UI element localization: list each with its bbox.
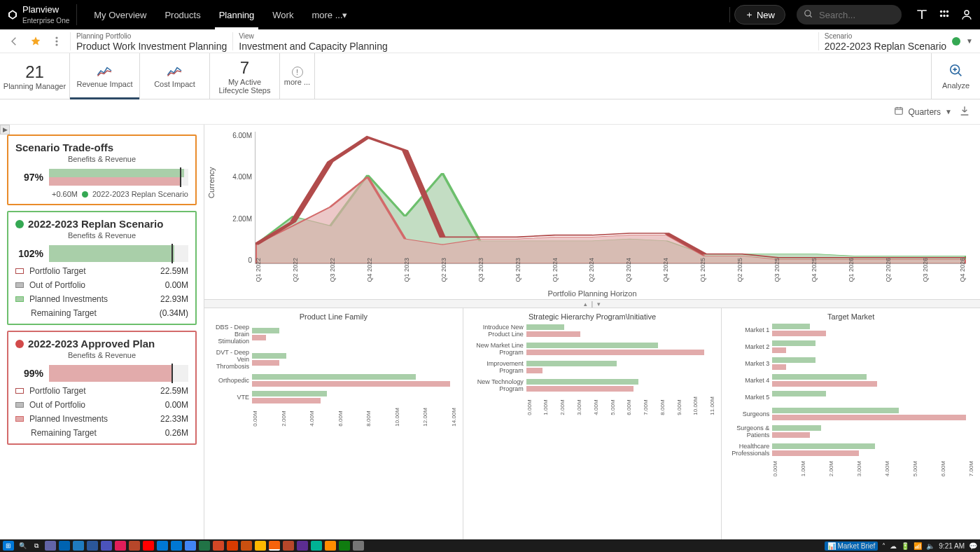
taskbar-search-icon[interactable]: 🔍 xyxy=(17,541,28,551)
app-icon[interactable] xyxy=(353,541,364,551)
powerpoint-icon[interactable] xyxy=(227,541,238,551)
app-icon[interactable] xyxy=(101,541,112,551)
start-icon[interactable]: ⊞ xyxy=(3,541,14,551)
tile-lifecycle-steps[interactable]: 7 My Active Lifecycle Steps xyxy=(210,53,280,99)
chart-splitter[interactable]: ▴|▾ xyxy=(204,300,980,308)
folder-icon[interactable] xyxy=(255,541,266,551)
apps-icon[interactable] xyxy=(938,8,951,21)
x-axis-ticks: 0.00M1.00M2.00M3.00M4.00M5.00M6.00M7.00M… xyxy=(526,396,716,415)
cost-chart-icon xyxy=(167,64,183,80)
app-icon[interactable] xyxy=(339,541,350,551)
card-title: 2022-2023 Approved Plan xyxy=(15,338,188,350)
tile-cost-impact[interactable]: Cost Impact xyxy=(140,53,210,99)
app-icon[interactable] xyxy=(73,541,84,551)
app-icon[interactable] xyxy=(143,541,154,551)
card-approved-plan[interactable]: 2022-2023 Approved Plan Benefits & Reven… xyxy=(7,331,197,445)
chart-product-line[interactable]: Product Line Family DBS - Deep Brain Sti… xyxy=(204,308,463,539)
card-replan-scenario[interactable]: 2022-2023 Replan Scenario Benefits & Rev… xyxy=(7,211,197,325)
tradeoffs-pct: 97% xyxy=(15,172,43,183)
search-box[interactable] xyxy=(797,5,902,25)
top-navbar: PlanviewEnterprise One My Overview Produ… xyxy=(0,0,980,29)
sub-header: Planning Portfolio Product Work Investme… xyxy=(0,29,980,53)
tray-notifications-icon[interactable]: 💬 xyxy=(969,542,977,550)
app-icon[interactable] xyxy=(311,541,322,551)
card-title: Scenario Trade-offs xyxy=(15,142,188,153)
book-icon[interactable] xyxy=(916,8,928,21)
collapse-sidebar-icon[interactable]: ▶ xyxy=(0,125,10,134)
approved-pct: 99% xyxy=(15,368,43,379)
metric-row: Planned Investments22.93M xyxy=(15,294,188,304)
x-axis-ticks: 0.00M2.00M4.00M6.00M8.00M10.00M12.00M14.… xyxy=(252,408,457,427)
app-icon[interactable] xyxy=(129,541,140,551)
scenario-picker[interactable]: Scenario 2022-2023 Replan Scenario ▼ xyxy=(825,32,973,51)
app-icon[interactable] xyxy=(115,541,126,551)
svg-point-5 xyxy=(943,15,945,17)
word-icon[interactable] xyxy=(87,541,98,551)
nav-tab-planning[interactable]: Planning xyxy=(211,0,263,29)
new-button[interactable]: ＋New xyxy=(734,5,785,25)
small-charts-row: Product Line Family DBS - Deep Brain Sti… xyxy=(204,308,980,539)
brand-name: PlanviewEnterprise One xyxy=(22,4,69,25)
plus-icon: ＋ xyxy=(745,8,754,21)
tile-planning-manager[interactable]: 21 Planning Manager xyxy=(0,53,70,99)
tray-clock[interactable]: 9:21 AM xyxy=(939,542,965,550)
user-icon[interactable] xyxy=(960,8,973,21)
nav-tab-more[interactable]: more ...▾ xyxy=(303,0,356,29)
download-icon[interactable] xyxy=(959,105,970,118)
app-icon[interactable] xyxy=(297,541,308,551)
card-tradeoffs[interactable]: Scenario Trade-offs Benefits & Revenue 9… xyxy=(7,134,197,205)
view-crumb[interactable]: View Investment and Capacity Planning xyxy=(239,32,387,51)
tray-cloud-icon[interactable]: ☁ xyxy=(890,542,897,550)
brand-logo[interactable]: PlanviewEnterprise One xyxy=(7,4,77,25)
card-title: 2022-2023 Replan Scenario xyxy=(15,218,188,230)
tray-chevron-icon[interactable]: ˄ xyxy=(882,542,886,550)
tray-battery-icon[interactable]: 🔋 xyxy=(901,542,909,550)
kebab-icon[interactable] xyxy=(49,34,64,49)
svg-point-8 xyxy=(55,36,57,39)
swatch-icon xyxy=(15,282,24,288)
swatch-icon xyxy=(15,296,24,302)
status-dot-icon xyxy=(15,220,24,228)
chart-title: Target Market xyxy=(727,312,974,321)
replan-pct: 102% xyxy=(15,248,43,259)
chevron-down-icon: ▼ xyxy=(945,108,952,116)
windows-taskbar[interactable]: ⊞ 🔍 ⧉ 📊 Market Brief ˄ ☁ 🔋 📶 🔈 9:21 AM 💬 xyxy=(0,539,980,552)
nav-tab-products[interactable]: Products xyxy=(156,0,209,29)
search-input[interactable] xyxy=(818,9,888,21)
tile-more[interactable]: ! more ... xyxy=(280,53,315,99)
chart-target-market[interactable]: Target Market Market 1Market 2Market 3Ma… xyxy=(722,308,980,539)
star-icon[interactable] xyxy=(28,34,43,49)
excel-icon[interactable] xyxy=(199,541,210,551)
app-icon[interactable] xyxy=(241,541,252,551)
chrome-icon[interactable] xyxy=(269,541,280,551)
period-picker[interactable]: Quarters ▼ xyxy=(894,106,952,118)
card-subtitle: Benefits & Revenue xyxy=(15,351,188,359)
teams-icon[interactable] xyxy=(45,541,56,551)
app-icon[interactable] xyxy=(283,541,294,551)
app-icon[interactable] xyxy=(157,541,168,551)
chart-plot-area xyxy=(255,132,966,264)
bar-group: Surgeons xyxy=(727,408,974,420)
tray-wifi-icon[interactable]: 📶 xyxy=(913,542,922,550)
tray-volume-icon[interactable]: 🔈 xyxy=(926,542,934,550)
edge-icon[interactable] xyxy=(59,541,70,551)
chart-strategic-hierarchy[interactable]: Strategic Hierarchy Program\Initiative I… xyxy=(463,308,722,539)
app-icon[interactable] xyxy=(213,541,224,551)
app-icon[interactable] xyxy=(185,541,196,551)
tile-analyze[interactable]: Analyze xyxy=(931,53,980,99)
nav-tab-work[interactable]: Work xyxy=(264,0,302,29)
back-icon[interactable] xyxy=(7,34,22,49)
portfolio-crumb[interactable]: Planning Portfolio Product Work Investme… xyxy=(76,32,227,51)
swatch-icon xyxy=(15,388,24,394)
svg-point-10 xyxy=(55,43,57,46)
firefox-icon[interactable] xyxy=(325,541,336,551)
nav-tab-overview[interactable]: My Overview xyxy=(85,0,155,29)
news-widget[interactable]: 📊 Market Brief xyxy=(825,541,878,551)
bar-group: Market 3 xyxy=(727,357,974,370)
app-icon[interactable] xyxy=(171,541,182,551)
tile-revenue-impact[interactable]: Revenue Impact xyxy=(70,53,140,99)
scenario-sidebar: ▶ Scenario Trade-offs Benefits & Revenue… xyxy=(0,125,204,539)
main-area-chart[interactable]: Currency 6.00M4.00M2.00M0 Q1 2022Q2 2022… xyxy=(204,125,980,300)
taskview-icon[interactable]: ⧉ xyxy=(31,541,42,551)
metric-tiles: 21 Planning Manager Revenue Impact Cost … xyxy=(0,53,980,99)
